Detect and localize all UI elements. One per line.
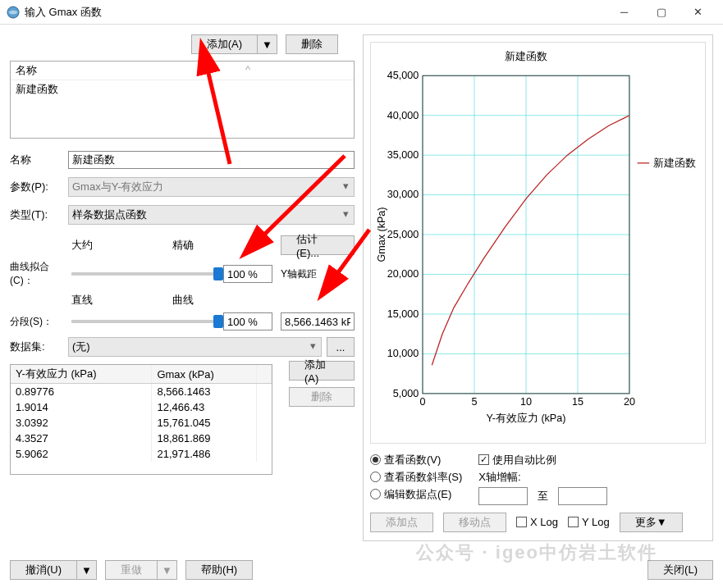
type-select[interactable]: 样条数据点函数 [68, 205, 355, 225]
redo-dropdown: ▼ [158, 560, 177, 580]
chart-area: 新建函数051015205,00010,00015,00020,00025,00… [370, 42, 706, 444]
redo-button: 重做 [105, 560, 158, 580]
table-row[interactable]: 1.901412,466.43 [11, 399, 272, 415]
row-add-button[interactable]: 添加(A) [289, 361, 355, 381]
dataset-browse-button[interactable]: ... [327, 337, 355, 357]
svg-text:Y-有效应力 (kPa): Y-有效应力 (kPa) [486, 412, 565, 424]
exact-label: 精确 [172, 238, 194, 253]
list-header[interactable]: 名称 ^ [11, 62, 354, 80]
approx-label: 大约 [71, 238, 93, 253]
move-point-button: 移动点 [443, 513, 506, 532]
svg-text:10: 10 [520, 396, 532, 408]
delete-button[interactable]: 删除 [286, 34, 338, 54]
edit-points-radio[interactable]: 编辑数据点(E) [370, 487, 451, 502]
col-header-y[interactable]: Gmax (kPa) [152, 365, 257, 384]
xlog-check[interactable]: X Log [516, 516, 558, 528]
svg-text:20,000: 20,000 [387, 268, 419, 280]
yint-label: Y轴截距 [281, 267, 355, 281]
app-icon [7, 6, 20, 19]
estimate-button[interactable]: 估计(E)... [281, 235, 355, 255]
param-label: 参数(P): [10, 180, 63, 194]
xinc-label: X轴增幅: [478, 470, 520, 485]
svg-text:15,000: 15,000 [387, 308, 419, 320]
svg-text:新建函数: 新建函数 [653, 157, 696, 169]
seg-label: 分段(S)： [10, 315, 63, 329]
view-slope-radio[interactable]: 查看函数斜率(S) [370, 470, 462, 485]
add-dropdown[interactable]: ▼ [258, 34, 277, 54]
svg-text:15: 15 [572, 396, 583, 408]
window-title: 输入 Gmax 函数 [25, 5, 606, 20]
table-row[interactable]: 5.906221,971.486 [11, 446, 272, 462]
close-dialog-button[interactable]: 关闭(L) [647, 560, 713, 580]
function-list[interactable]: 名称 ^ 新建函数 [10, 61, 355, 139]
svg-text:20: 20 [624, 396, 635, 408]
fit-slider[interactable] [71, 272, 218, 276]
seg-percent[interactable] [223, 312, 272, 330]
svg-text:25,000: 25,000 [387, 229, 419, 240]
svg-text:0: 0 [419, 396, 425, 408]
help-button[interactable]: 帮助(H) [185, 560, 253, 580]
add-button[interactable]: 添加(A) [191, 34, 258, 54]
svg-text:35,000: 35,000 [387, 149, 419, 161]
fit-percent[interactable] [223, 265, 272, 283]
row-delete-button: 删除 [289, 387, 355, 407]
xinc-from[interactable] [478, 487, 528, 505]
watermark: 公众号 · igeo中仿岩土软件 [416, 540, 657, 565]
dataset-label: 数据集: [10, 340, 63, 354]
undo-button[interactable]: 撤消(U) [10, 560, 77, 580]
param-select: Gmax与Y-有效应力 [68, 177, 355, 197]
xinc-to[interactable] [558, 487, 607, 505]
curve-label: 曲线 [172, 293, 194, 308]
fit-label: 曲线拟合(C)： [10, 260, 63, 288]
seg-slider[interactable] [71, 320, 218, 323]
svg-text:5,000: 5,000 [393, 388, 419, 399]
name-label: 名称 [10, 153, 63, 167]
add-point-button: 添加点 [370, 513, 433, 532]
more-button[interactable]: 更多 ▼ [620, 513, 683, 532]
svg-text:5: 5 [471, 396, 477, 408]
svg-text:40,000: 40,000 [387, 110, 419, 121]
svg-text:Gmax (kPa): Gmax (kPa) [376, 207, 387, 262]
auto-scale-check[interactable]: ✓使用自动比例 [478, 453, 556, 467]
svg-text:新建函数: 新建函数 [505, 51, 547, 62]
type-label: 类型(T): [10, 207, 63, 222]
close-button[interactable]: ✕ [680, 0, 716, 25]
name-input[interactable] [68, 151, 355, 169]
yint-value [281, 312, 355, 330]
view-func-radio[interactable]: 查看函数(V) [370, 453, 441, 467]
add-split-button[interactable]: 添加(A) ▼ [191, 34, 277, 54]
col-header-x[interactable]: Y-有效应力 (kPa) [11, 365, 152, 384]
table-row[interactable]: 4.352718,861.869 [11, 431, 272, 446]
svg-text:30,000: 30,000 [387, 189, 419, 200]
svg-text:10,000: 10,000 [387, 348, 419, 359]
straight-label: 直线 [71, 293, 93, 308]
list-item[interactable]: 新建函数 [11, 80, 354, 98]
ylog-check[interactable]: Y Log [568, 516, 610, 528]
table-row[interactable]: 3.039215,761.045 [11, 415, 272, 431]
dataset-select[interactable]: (无) [68, 337, 322, 357]
undo-dropdown[interactable]: ▼ [77, 560, 97, 580]
minimize-button[interactable]: ─ [606, 0, 643, 25]
svg-text:45,000: 45,000 [387, 70, 419, 81]
title-bar: 输入 Gmax 函数 ─ ▢ ✕ [0, 0, 723, 25]
data-table[interactable]: Y-有效应力 (kPa) Gmax (kPa) 0.897768,566.146… [10, 364, 272, 475]
table-row[interactable]: 0.897768,566.1463 [11, 384, 272, 400]
maximize-button[interactable]: ▢ [643, 0, 680, 25]
